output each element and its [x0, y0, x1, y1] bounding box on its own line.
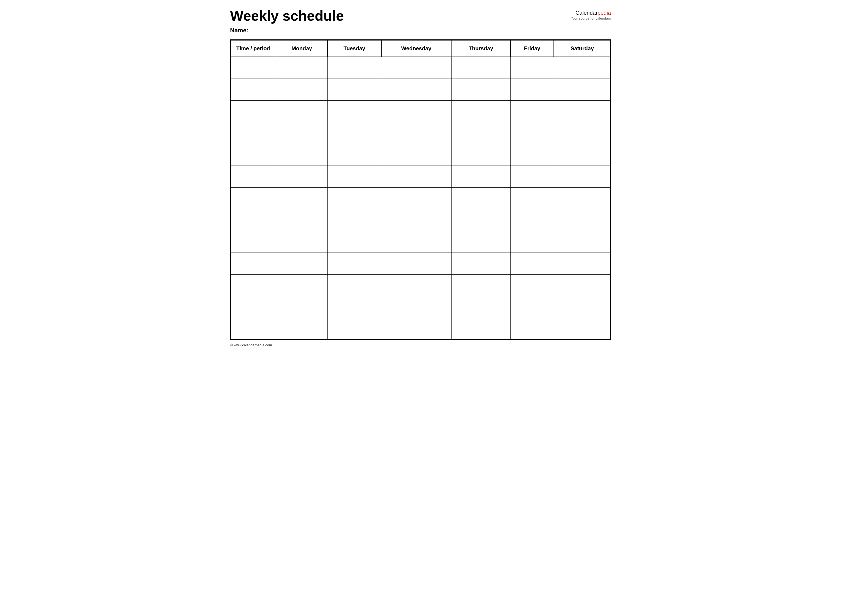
cell-r1-c6[interactable] [554, 79, 611, 100]
cell-r8-c2[interactable] [328, 231, 381, 252]
cell-r7-c3[interactable] [381, 209, 451, 231]
footer: © www.calendarpedia.com [230, 343, 611, 347]
cell-r1-c4[interactable] [451, 79, 510, 100]
cell-r1-c5[interactable] [510, 79, 554, 100]
cell-r10-c2[interactable] [328, 274, 381, 296]
cell-r8-c6[interactable] [554, 231, 611, 252]
cell-r9-c2[interactable] [328, 252, 381, 274]
table-row [230, 209, 611, 231]
cell-r12-c4[interactable] [451, 318, 510, 340]
table-row [230, 57, 611, 79]
cell-r3-c0[interactable] [230, 122, 276, 144]
cell-r4-c2[interactable] [328, 144, 381, 166]
cell-r8-c5[interactable] [510, 231, 554, 252]
col-wednesday: Wednesday [381, 40, 451, 57]
cell-r4-c5[interactable] [510, 144, 554, 166]
cell-r0-c6[interactable] [554, 57, 611, 79]
cell-r10-c4[interactable] [451, 274, 510, 296]
cell-r9-c0[interactable] [230, 252, 276, 274]
cell-r10-c3[interactable] [381, 274, 451, 296]
cell-r9-c6[interactable] [554, 252, 611, 274]
cell-r7-c4[interactable] [451, 209, 510, 231]
cell-r8-c0[interactable] [230, 231, 276, 252]
cell-r2-c3[interactable] [381, 100, 451, 122]
cell-r9-c3[interactable] [381, 252, 451, 274]
cell-r2-c0[interactable] [230, 100, 276, 122]
cell-r4-c3[interactable] [381, 144, 451, 166]
cell-r2-c1[interactable] [276, 100, 328, 122]
cell-r11-c0[interactable] [230, 296, 276, 318]
cell-r0-c4[interactable] [451, 57, 510, 79]
cell-r7-c5[interactable] [510, 209, 554, 231]
cell-r11-c6[interactable] [554, 296, 611, 318]
cell-r0-c3[interactable] [381, 57, 451, 79]
cell-r3-c1[interactable] [276, 122, 328, 144]
logo-pedia: pedia [598, 10, 611, 16]
col-tuesday: Tuesday [328, 40, 381, 57]
cell-r5-c5[interactable] [510, 166, 554, 187]
cell-r11-c3[interactable] [381, 296, 451, 318]
cell-r7-c2[interactable] [328, 209, 381, 231]
cell-r3-c6[interactable] [554, 122, 611, 144]
cell-r3-c4[interactable] [451, 122, 510, 144]
cell-r12-c5[interactable] [510, 318, 554, 340]
cell-r10-c1[interactable] [276, 274, 328, 296]
cell-r2-c6[interactable] [554, 100, 611, 122]
cell-r1-c2[interactable] [328, 79, 381, 100]
cell-r7-c6[interactable] [554, 209, 611, 231]
cell-r11-c5[interactable] [510, 296, 554, 318]
col-time: Time / period [230, 40, 276, 57]
cell-r9-c4[interactable] [451, 252, 510, 274]
cell-r6-c4[interactable] [451, 187, 510, 209]
cell-r6-c5[interactable] [510, 187, 554, 209]
cell-r10-c6[interactable] [554, 274, 611, 296]
cell-r0-c0[interactable] [230, 57, 276, 79]
cell-r12-c2[interactable] [328, 318, 381, 340]
cell-r12-c3[interactable] [381, 318, 451, 340]
cell-r10-c0[interactable] [230, 274, 276, 296]
table-row [230, 296, 611, 318]
cell-r0-c1[interactable] [276, 57, 328, 79]
schedule-table: Time / period Monday Tuesday Wednesday T… [230, 40, 611, 340]
cell-r12-c6[interactable] [554, 318, 611, 340]
cell-r4-c6[interactable] [554, 144, 611, 166]
cell-r9-c5[interactable] [510, 252, 554, 274]
cell-r1-c3[interactable] [381, 79, 451, 100]
cell-r8-c4[interactable] [451, 231, 510, 252]
cell-r0-c5[interactable] [510, 57, 554, 79]
cell-r6-c3[interactable] [381, 187, 451, 209]
cell-r3-c3[interactable] [381, 122, 451, 144]
cell-r5-c3[interactable] [381, 166, 451, 187]
cell-r1-c0[interactable] [230, 79, 276, 100]
cell-r2-c4[interactable] [451, 100, 510, 122]
cell-r4-c0[interactable] [230, 144, 276, 166]
cell-r8-c1[interactable] [276, 231, 328, 252]
cell-r9-c1[interactable] [276, 252, 328, 274]
cell-r11-c4[interactable] [451, 296, 510, 318]
cell-r3-c2[interactable] [328, 122, 381, 144]
cell-r12-c1[interactable] [276, 318, 328, 340]
cell-r6-c0[interactable] [230, 187, 276, 209]
cell-r2-c2[interactable] [328, 100, 381, 122]
cell-r11-c1[interactable] [276, 296, 328, 318]
cell-r5-c1[interactable] [276, 166, 328, 187]
cell-r0-c2[interactable] [328, 57, 381, 79]
cell-r1-c1[interactable] [276, 79, 328, 100]
cell-r6-c6[interactable] [554, 187, 611, 209]
cell-r4-c4[interactable] [451, 144, 510, 166]
cell-r7-c0[interactable] [230, 209, 276, 231]
cell-r12-c0[interactable] [230, 318, 276, 340]
cell-r4-c1[interactable] [276, 144, 328, 166]
cell-r3-c5[interactable] [510, 122, 554, 144]
cell-r6-c1[interactable] [276, 187, 328, 209]
cell-r5-c4[interactable] [451, 166, 510, 187]
cell-r7-c1[interactable] [276, 209, 328, 231]
cell-r5-c2[interactable] [328, 166, 381, 187]
cell-r2-c5[interactable] [510, 100, 554, 122]
cell-r6-c2[interactable] [328, 187, 381, 209]
cell-r10-c5[interactable] [510, 274, 554, 296]
cell-r5-c6[interactable] [554, 166, 611, 187]
cell-r11-c2[interactable] [328, 296, 381, 318]
cell-r8-c3[interactable] [381, 231, 451, 252]
cell-r5-c0[interactable] [230, 166, 276, 187]
